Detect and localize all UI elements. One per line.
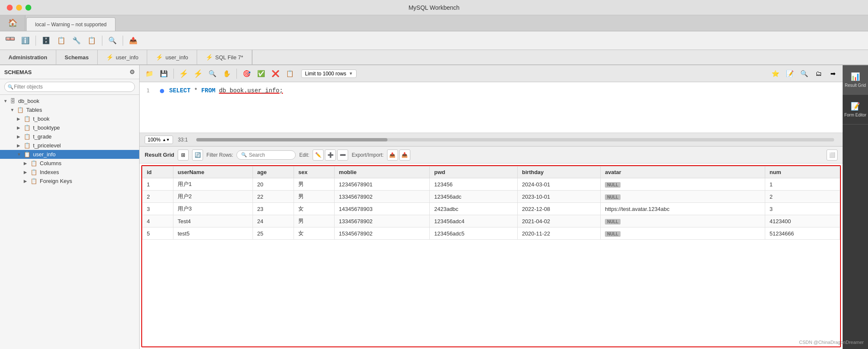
cell-userName: 用户3 [173,203,253,215]
toolbar-sql-btn-1[interactable]: SQL SQL [3,34,17,47]
star-icon: ⭐ [772,70,780,78]
panel-toggle-btn[interactable]: ⬜ [827,150,838,161]
edit-label: Edit: [299,152,309,158]
toolbar-table-btn[interactable]: 📋 [55,34,68,47]
result-grid-wrapper[interactable]: id userName age sex moblie pwd birthday … [141,165,841,347]
cell-pwd: 123456 [430,178,518,191]
limit-label: Limit to 1000 rows [305,71,346,77]
tab-user-info-2[interactable]: ⚡ user_info [147,50,197,64]
schema-icon: 🔧 [72,36,81,44]
toolbar-search-btn[interactable]: 🔍 [106,34,119,47]
table-row[interactable]: 2用户222男13345678902123456adc2023-10-01NUL… [143,191,840,203]
scroll-bar[interactable] [196,138,834,141]
tree-item-indexes[interactable]: ▶ 📋 Indexes [0,168,139,177]
table-row[interactable]: 4Test424男13345678902123456adc42021-04-02… [143,215,840,227]
grid-view-btn[interactable]: ⊞ [178,150,189,161]
export-btn[interactable]: 📤 [387,150,398,161]
view-btn[interactable]: 🗂 [812,68,825,80]
search-input[interactable] [249,152,291,158]
star-btn[interactable]: ⭐ [769,68,782,80]
tree-item-t-booktype[interactable]: ▶ 📋 t_booktype [0,123,139,132]
explain-btn[interactable]: 🔍 [206,68,219,80]
edit-pencil-icon: ✏️ [315,152,321,158]
commit-btn[interactable]: 🎯 [240,68,253,80]
cell-moblie: 14345678903 [335,203,430,215]
lightning-icon-1: ⚡ [106,54,113,61]
edit-btn[interactable]: ✏️ [313,150,324,161]
format-btn[interactable]: 📝 [783,68,796,80]
arrow-btn[interactable]: ➡ [827,68,839,80]
table-row[interactable]: 3用户323女143456789032423adbc2022-12-08http… [143,203,840,215]
limit-select[interactable]: Limit to 1000 rows ▼ [301,69,357,78]
table-row[interactable]: 5test525女15345678902123456adc52020-11-22… [143,227,840,240]
local-tab[interactable]: local – Warning – not supported [26,17,115,31]
tree-item-t-grade[interactable]: ▶ 📋 t_grade [0,132,139,141]
execute-btn[interactable]: ⚡ [177,68,190,80]
tab-sql-file[interactable]: ⚡ SQL File 7* [197,50,252,64]
import-btn[interactable]: 📥 [399,150,410,161]
tab-administration[interactable]: Administration [0,50,56,64]
columns-icon: 📋 [30,160,37,166]
cancel-icon: ❌ [272,70,280,78]
result-grid-panel-btn[interactable]: 📊 Result Grid [843,65,868,95]
db-icon: 🗄 [10,98,16,104]
cell-age: 23 [253,203,294,215]
tables-label: Tables [26,107,136,113]
refresh-btn[interactable]: 🔄 [192,150,203,161]
cell-userName: Test4 [173,215,253,227]
window-title: MySQL Workbench [409,4,460,11]
zoom-btn[interactable]: 🔍 [798,68,810,80]
tab-user-info-1[interactable]: ⚡ user_info [98,50,147,64]
col-id: id [143,166,173,178]
check-btn[interactable]: ✅ [255,68,267,80]
filter-rows-label: Filter Rows: [206,152,233,158]
save-btn[interactable]: 💾 [157,68,170,80]
add-row-btn[interactable]: ➕ [325,150,336,161]
add-row-icon: ➕ [327,152,334,158]
panel-toggle[interactable]: ⬜ [827,150,838,161]
sidebar-content: ▼ 🗄 db_book ▼ 📋 Tables ▶ 📋 t_book ▶ 📋 t_… [0,95,139,349]
close-button[interactable] [7,5,13,11]
home-button[interactable]: 🏠 [0,15,25,31]
cancel-btn[interactable]: ❌ [269,68,282,80]
toolbar-schema-btn[interactable]: 🔧 [70,34,83,47]
maximize-button[interactable] [25,5,31,11]
tree-item-columns[interactable]: ▶ 📋 Columns [0,159,139,168]
tree-item-user-info[interactable]: ▼ 📋 user_info [0,150,139,159]
table-row[interactable]: 1用户120男123456789011234562024-03-01NULL1 [143,178,840,191]
zoom-select[interactable]: 100% ▲▼ [145,136,173,144]
stop-btn[interactable]: ✋ [220,68,233,80]
sidebar: SCHEMAS ⚙ 🔍 ▼ 🗄 db_book ▼ 📋 Tables [0,65,140,349]
tree-item-tables[interactable]: ▼ 📋 Tables [0,105,139,114]
history-btn[interactable]: 📋 [283,68,296,80]
sidebar-config-icon[interactable]: ⚙ [129,69,135,75]
cell-avatar: NULL [601,191,765,203]
sql-editor[interactable]: 1 SELECT * FROM db_book.user_info; [140,82,843,133]
t-grade-icon: 📋 [24,133,30,140]
sql-toolbar-sep-2 [236,69,237,79]
minimize-button[interactable] [16,5,22,11]
toolbar-migration-btn[interactable]: 📤 [126,34,140,47]
results-area: Result Grid ⊞ 🔄 Filter Rows: 🔍 Edit: ✏️ [140,147,843,349]
filter-wrapper: 🔍 [4,82,135,92]
delete-row-btn[interactable]: ➖ [337,150,348,161]
tab-schemas[interactable]: Schemas [56,50,98,64]
tree-item-t-pricelevel[interactable]: ▶ 📋 t_pricelevel [0,141,139,150]
tree-item-foreign-keys[interactable]: ▶ 📋 Foreign Keys [0,177,139,186]
export-icons: 📤 📥 [387,150,410,161]
execute-all-btn[interactable]: ⚡ [192,68,204,80]
tree-item-t-book[interactable]: ▶ 📋 t_book [0,114,139,123]
form-editor-panel-btn[interactable]: 📝 Form Editor [843,95,868,125]
toolbar-info-btn[interactable]: ℹ️ [19,34,32,47]
cell-birthday: 2022-12-08 [518,203,601,215]
foreign-keys-label: Foreign Keys [40,178,136,184]
result-grid-label: Result Grid [145,152,174,158]
tree-item-db-book[interactable]: ▼ 🗄 db_book [0,97,139,105]
open-file-btn[interactable]: 📁 [143,68,156,80]
toolbar-import-btn[interactable]: 📋 [85,34,99,47]
toolbar-db-btn[interactable]: 🗄️ [39,34,53,47]
tree-arrow-columns: ▶ [24,161,30,166]
nav-tabs: Administration Schemas ⚡ user_info ⚡ use… [0,50,868,65]
status-bar: 100% ▲▼ 33:1 [140,133,843,147]
filter-input[interactable] [4,82,135,92]
